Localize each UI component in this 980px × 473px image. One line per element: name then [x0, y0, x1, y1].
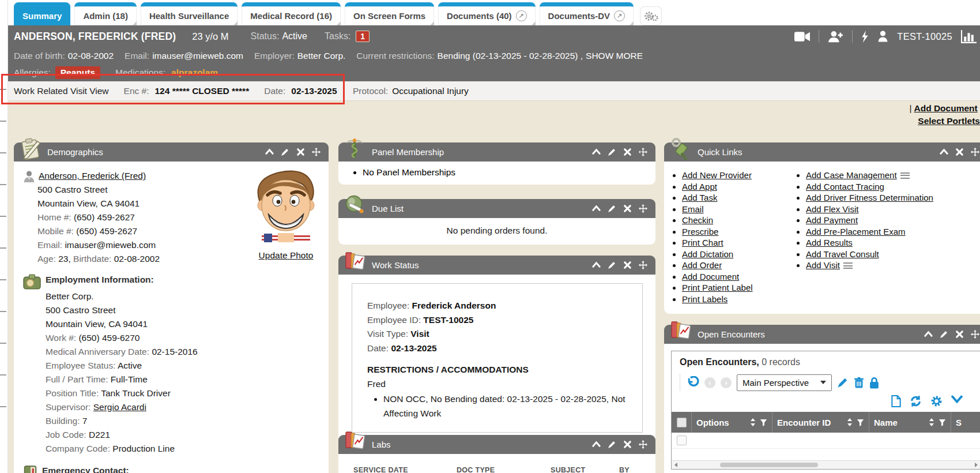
tab-settings-gear-button[interactable]: [640, 6, 662, 25]
close-icon[interactable]: [955, 330, 964, 339]
sort-icon[interactable]: [929, 418, 934, 426]
table-row[interactable]: [672, 433, 980, 449]
collapse-icon[interactable]: [592, 261, 601, 269]
tab-medical-record[interactable]: Medical Record (16): [242, 2, 341, 25]
edit-icon[interactable]: [608, 204, 616, 213]
labs-col-doc-type[interactable]: DOC TYPE: [457, 466, 551, 473]
column-clipped[interactable]: S: [951, 412, 980, 433]
video-camera-icon[interactable]: [794, 32, 810, 42]
close-icon[interactable]: [623, 261, 632, 269]
patient-name-link[interactable]: Anderson, Frederick (Fred): [39, 169, 146, 183]
tasks-count-badge[interactable]: 1: [356, 31, 370, 42]
move-icon[interactable]: [312, 148, 321, 156]
move-icon[interactable]: [639, 261, 647, 269]
tab-documents-dv[interactable]: Documents-DV: [540, 2, 634, 25]
menu-list-icon[interactable]: [843, 262, 853, 269]
popout-icon[interactable]: [614, 10, 625, 21]
edit-icon[interactable]: [608, 261, 616, 269]
collapse-icon[interactable]: [924, 330, 933, 339]
select-all-checkbox[interactable]: [677, 418, 687, 427]
quick-link[interactable]: Add Dictation: [682, 249, 733, 259]
labs-col-service-date[interactable]: SERVICE DATE: [353, 466, 457, 473]
collapse-icon[interactable]: [265, 148, 274, 156]
quick-link[interactable]: Print Labels: [682, 294, 728, 304]
move-icon[interactable]: [971, 330, 979, 339]
tab-admin[interactable]: Admin (18): [74, 2, 137, 25]
tab-on-screen-forms[interactable]: On Screen Forms: [345, 2, 434, 25]
delete-icon[interactable]: [854, 377, 864, 389]
quick-link[interactable]: Print Chart: [682, 238, 723, 247]
quick-link[interactable]: Add Case Management: [806, 170, 897, 180]
move-icon[interactable]: [639, 148, 647, 156]
filter-icon[interactable]: [938, 419, 946, 426]
quick-link[interactable]: Add Driver Fitness Determination: [806, 193, 933, 202]
quick-link[interactable]: Add New Provider: [682, 170, 752, 180]
quick-link[interactable]: Add Pre-Placement Exam: [806, 227, 906, 236]
sort-icon[interactable]: [750, 418, 756, 426]
sort-icon[interactable]: [847, 418, 853, 426]
patient-photo[interactable]: [250, 167, 322, 242]
close-icon[interactable]: [623, 440, 632, 449]
filter-icon[interactable]: [760, 419, 767, 426]
quick-link[interactable]: Add Document: [682, 272, 739, 281]
medication-value[interactable]: alprazolam: [171, 67, 218, 78]
person-icon[interactable]: [877, 31, 888, 42]
lightning-icon[interactable]: [861, 31, 869, 43]
quick-link[interactable]: Add Order: [682, 260, 722, 270]
close-icon[interactable]: [296, 148, 305, 156]
horizontal-scrollbar[interactable]: [672, 460, 980, 469]
lock-icon[interactable]: [869, 377, 879, 389]
tab-documents[interactable]: Documents (40): [438, 2, 536, 25]
update-photo-link[interactable]: Update Photo: [259, 249, 314, 262]
move-icon[interactable]: [639, 204, 647, 213]
edit-icon[interactable]: [608, 148, 616, 156]
move-icon[interactable]: [639, 440, 647, 449]
labs-col-subject[interactable]: SUBJECT: [551, 466, 619, 473]
quick-link[interactable]: Prescribe: [682, 227, 718, 236]
scroll-right-arrow[interactable]: [972, 461, 980, 469]
collapse-icon[interactable]: [592, 204, 601, 213]
quick-link[interactable]: Add Flex Visit: [806, 204, 858, 214]
prev-page-button[interactable]: [704, 377, 715, 388]
menu-list-icon[interactable]: [900, 172, 910, 179]
edit-icon[interactable]: [608, 440, 616, 449]
perspective-select[interactable]: Main Perspective: [737, 374, 832, 391]
gear-icon[interactable]: [930, 395, 943, 407]
collapse-icon[interactable]: [940, 148, 948, 156]
column-name[interactable]: Name: [869, 412, 951, 433]
column-encounter-id[interactable]: Encounter ID: [772, 412, 869, 433]
column-options[interactable]: Options: [691, 412, 772, 433]
quick-link[interactable]: Add Appt: [682, 182, 717, 192]
tab-health-surveillance[interactable]: Health Surveillance: [141, 2, 238, 25]
next-page-button[interactable]: [721, 377, 732, 388]
filter-icon[interactable]: [857, 419, 864, 426]
edit-perspective-icon[interactable]: [837, 377, 849, 388]
quick-link[interactable]: Add Payment: [806, 215, 858, 225]
chevron-down-icon[interactable]: [951, 395, 963, 407]
new-document-icon[interactable]: [891, 395, 901, 407]
quick-link[interactable]: Checkin: [682, 215, 713, 225]
quick-link[interactable]: Add Results: [806, 238, 853, 247]
add-document-link[interactable]: Add Document: [914, 103, 977, 113]
move-icon[interactable]: [971, 148, 979, 156]
select-portlets-link[interactable]: Select Portlets: [918, 116, 980, 126]
tab-summary[interactable]: Summary: [14, 2, 70, 25]
quick-link[interactable]: Email: [682, 204, 704, 214]
edit-icon[interactable]: [940, 330, 948, 339]
quick-link[interactable]: Add Travel Consult: [806, 249, 879, 259]
edit-icon[interactable]: [281, 148, 289, 156]
refresh-icon[interactable]: [910, 395, 922, 407]
close-icon[interactable]: [623, 204, 632, 213]
show-more-link[interactable]: SHOW MORE: [586, 51, 643, 61]
collapse-icon[interactable]: [592, 148, 601, 156]
close-icon[interactable]: [955, 148, 964, 156]
add-person-icon[interactable]: [828, 31, 843, 43]
reset-icon[interactable]: [686, 376, 699, 389]
quick-link[interactable]: Add Contact Tracing: [806, 182, 884, 192]
quick-link[interactable]: Add Visit: [806, 260, 840, 270]
quick-link[interactable]: Print Patient Label: [682, 283, 753, 292]
row-checkbox[interactable]: [677, 436, 687, 445]
quick-link[interactable]: Add Task: [682, 193, 717, 202]
labs-col-by[interactable]: BY: [619, 466, 630, 473]
allergy-badge[interactable]: Peanuts: [55, 66, 100, 79]
